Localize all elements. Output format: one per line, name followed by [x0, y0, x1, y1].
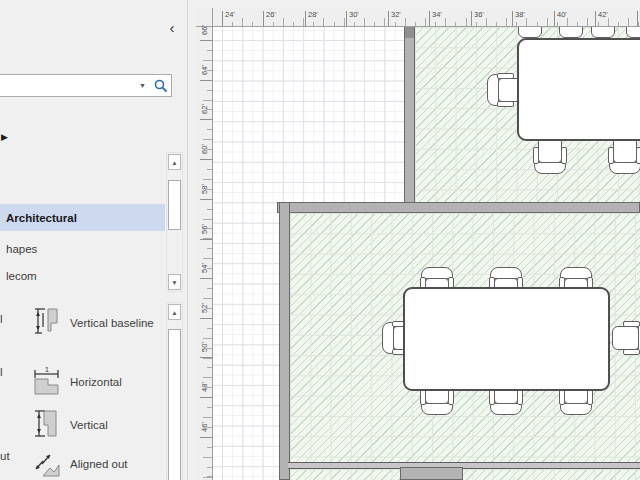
ruler-tick: 48' — [200, 397, 212, 398]
ruler-tick: 50' — [200, 357, 212, 358]
more-shapes-arrow-icon[interactable]: ▶ — [1, 132, 8, 142]
ruler-tick: 58' — [200, 199, 212, 200]
chair[interactable] — [612, 321, 640, 355]
shape-label: Vertical baseline — [70, 317, 154, 330]
shape-vertical-baseline[interactable]: Vertical baseline — [33, 303, 165, 345]
vertical-baseline-icon — [33, 305, 61, 343]
scroll-up-icon[interactable]: ▲ — [168, 304, 181, 320]
chair[interactable] — [621, 27, 640, 38]
shape-aligned-out[interactable]: Aligned out — [33, 448, 165, 480]
chair[interactable] — [586, 27, 620, 38]
horizontal-icon: 1 — [33, 366, 61, 400]
ruler-tick: 28' — [305, 11, 306, 26]
scroll-up-icon[interactable]: ▲ — [168, 154, 181, 170]
ruler-tick: 40' — [554, 11, 555, 26]
stencil-scrollbar[interactable]: ▲ ▼ — [166, 152, 183, 292]
ruler-tick: 46' — [200, 437, 212, 438]
ruler-tick: 56' — [200, 239, 212, 240]
shape-vertical[interactable]: Vertical — [33, 408, 165, 444]
ruler-tick: 38' — [512, 11, 513, 26]
clipped-shape-label[interactable]: l — [0, 313, 3, 325]
chair[interactable] — [554, 27, 588, 38]
stencil-list: Architectural hapes lecom — [0, 152, 165, 292]
drawing-canvas[interactable] — [213, 27, 640, 480]
shapes-panel: ‹ ▼ ▶ Architectural hapes lecom ▲ ▼ l l … — [0, 0, 188, 480]
ruler-tick: 64' — [200, 80, 212, 81]
ruler-tick: 30' — [346, 11, 347, 26]
stencil-scrollbar-thumb[interactable] — [168, 180, 181, 230]
vertical-icon — [33, 407, 61, 445]
conference-table-top[interactable] — [517, 38, 640, 141]
ruler-tick: 54' — [200, 278, 212, 279]
ruler-tick: 32' — [388, 11, 389, 26]
search-input[interactable] — [0, 76, 134, 95]
wall-vertical-left[interactable] — [279, 202, 290, 480]
chair[interactable] — [533, 136, 567, 174]
search-icon[interactable] — [151, 78, 171, 94]
svg-text:1: 1 — [45, 366, 49, 373]
ruler-tick: 62' — [200, 119, 212, 120]
clipped-shape-label[interactable]: ut — [0, 450, 10, 462]
chair[interactable] — [608, 136, 640, 174]
ruler-tick: 34' — [429, 11, 430, 26]
aligned-out-icon — [33, 448, 61, 480]
shape-horizontal[interactable]: 1 Horizontal — [33, 366, 165, 400]
ruler-tick: 24' — [222, 11, 223, 26]
conference-table-bottom[interactable] — [403, 287, 610, 391]
stencil-item-architectural[interactable]: Architectural — [0, 204, 165, 231]
horizontal-ruler[interactable]: 24' 26' 28' 30' 32' 34' 36' 38' 40' 42' … — [213, 8, 640, 27]
shape-label: Aligned out — [70, 458, 128, 471]
shape-label: Horizontal — [70, 376, 122, 389]
room-lower-strip-floor — [290, 469, 640, 480]
ruler-tick: 44' — [637, 11, 638, 26]
wall-vertical-upper[interactable] — [404, 27, 415, 213]
ruler-tick: 42' — [595, 11, 596, 26]
collapse-panel-icon[interactable]: ‹ — [163, 20, 181, 38]
scroll-down-icon[interactable]: ▼ — [168, 274, 181, 290]
shape-label: Vertical — [70, 419, 108, 432]
shapes-scrollbar-thumb[interactable] — [168, 329, 181, 480]
wall-end-cap[interactable] — [405, 27, 414, 38]
wall-horizontal-bottom[interactable] — [288, 462, 640, 469]
shapes-scrollbar[interactable]: ▲ — [166, 302, 183, 480]
ruler-tick: 60' — [200, 159, 212, 160]
ruler-tick: 66' — [200, 40, 212, 41]
wall-pier-bottom[interactable] — [400, 467, 463, 480]
stencil-item-telecom[interactable]: lecom — [0, 263, 165, 289]
chair[interactable] — [513, 27, 547, 38]
ruler-tick: 52' — [200, 318, 212, 319]
ruler-tick: 26' — [263, 11, 264, 26]
ruler-tick: 36' — [471, 11, 472, 26]
chevron-down-icon[interactable]: ▼ — [134, 82, 151, 89]
wall-horizontal-middle[interactable] — [277, 202, 640, 213]
vertical-ruler[interactable]: 66' 64' 62' 60' 58' 56' 54' 52' 50' 48' … — [196, 27, 213, 480]
search-box[interactable]: ▼ — [0, 74, 172, 97]
stencil-item-shapes[interactable]: hapes — [0, 236, 165, 262]
clipped-shape-label[interactable]: l — [0, 366, 3, 378]
